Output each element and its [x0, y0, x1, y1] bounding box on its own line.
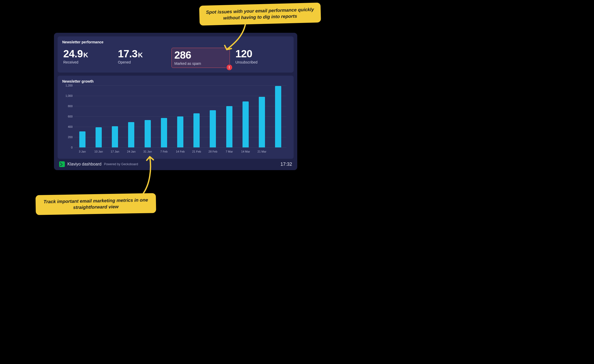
bar: [112, 126, 118, 147]
bar-slot: [74, 85, 90, 147]
bar-slot: [237, 85, 254, 147]
metric-spam-label: Marked as spam: [174, 61, 227, 66]
x-tick-label: 21 Mar: [254, 148, 270, 154]
y-tick-label: 400: [62, 125, 73, 128]
x-tick-label: 31 Jan: [139, 148, 156, 154]
klaviyo-logo-icon: [59, 161, 65, 167]
y-tick-label: 800: [62, 105, 73, 108]
bar: [275, 86, 281, 147]
metric-received: 24.9K Received: [62, 48, 117, 68]
metric-received-number: 24.9: [63, 48, 83, 59]
metric-opened: 17.3K Opened: [117, 48, 172, 68]
metric-received-value: 24.9K: [63, 48, 116, 59]
x-tick-label: 7 Feb: [156, 148, 172, 154]
bar-slot: [139, 85, 156, 147]
footer-powered: Powered by Geckoboard: [104, 162, 138, 166]
metric-spam: 286 Marked as spam !: [171, 48, 230, 68]
footer-time: 17:32: [280, 162, 292, 167]
growth-panel: Newsletter growth 02004006008001,0001,20…: [58, 76, 294, 159]
bar-slot: [90, 85, 107, 147]
footer-title: Klaviyo dashboard: [67, 162, 101, 167]
x-tick-label: 17 Jan: [107, 148, 123, 154]
dashboard-footer: Klaviyo dashboard Powered by Geckoboard …: [58, 159, 294, 168]
y-axis: 02004006008001,0001,200: [62, 85, 74, 147]
y-tick-label: 1,000: [62, 94, 73, 97]
x-axis: 3 Jan10 Jan17 Jan24 Jan31 Jan7 Feb14 Feb…: [74, 148, 286, 154]
performance-title: Newsletter performance: [62, 40, 289, 44]
y-tick-label: 600: [62, 115, 73, 118]
x-tick-label: [270, 148, 286, 154]
bar-slot: [254, 85, 270, 147]
metric-opened-value: 17.3K: [118, 48, 171, 59]
metric-opened-suffix: K: [138, 51, 143, 59]
bar-slot: [172, 85, 188, 147]
y-tick-label: 200: [62, 136, 73, 139]
chart-plot-area: [74, 85, 286, 147]
metric-received-suffix: K: [83, 51, 88, 59]
bar: [161, 118, 167, 147]
x-tick-label: 7 Mar: [221, 148, 237, 154]
gridline: [74, 147, 286, 148]
performance-panel: Newsletter performance 24.9K Received 17…: [58, 36, 294, 73]
x-tick-label: 14 Mar: [237, 148, 254, 154]
bar: [226, 106, 232, 147]
x-tick-label: 14 Feb: [172, 148, 188, 154]
x-tick-label: 3 Jan: [74, 148, 90, 154]
bar-slot: [221, 85, 237, 147]
bar-slot: [270, 85, 286, 147]
bar-slot: [123, 85, 139, 147]
x-tick-label: 28 Feb: [205, 148, 221, 154]
bar: [259, 97, 265, 147]
bar-slot: [107, 85, 123, 147]
metric-opened-number: 17.3: [118, 48, 138, 59]
bar: [193, 113, 200, 147]
bar: [210, 110, 216, 147]
metric-opened-label: Opened: [118, 60, 171, 64]
bar: [96, 127, 102, 147]
metric-unsub-value: 120: [236, 48, 288, 59]
callout-bottom: Track important email marketing metrics …: [35, 193, 156, 215]
metric-received-label: Received: [63, 60, 116, 64]
growth-chart: 02004006008001,0001,200 3 Jan10 Jan17 Ja…: [62, 84, 289, 154]
bar-slot: [156, 85, 172, 147]
growth-title: Newsletter growth: [62, 79, 289, 83]
y-tick-label: 1,200: [62, 84, 73, 87]
dashboard: Newsletter performance 24.9K Received 17…: [54, 33, 297, 170]
bar: [128, 122, 134, 147]
performance-metrics-row: 24.9K Received 17.3K Opened 286 Marked a…: [62, 48, 289, 68]
bar: [243, 101, 249, 147]
x-tick-label: 24 Jan: [123, 148, 139, 154]
bar-slot: [189, 85, 205, 147]
bar: [79, 131, 85, 147]
callout-top: Spot issues with your email performance …: [199, 3, 321, 26]
bar-slot: [205, 85, 221, 147]
bar: [177, 116, 183, 147]
y-tick-label: 0: [62, 146, 73, 149]
metric-unsub-label: Unsubscribed: [236, 60, 288, 64]
metric-unsubscribed: 120 Unsubscribed: [230, 48, 289, 68]
x-tick-label: 10 Jan: [90, 148, 107, 154]
bar: [145, 120, 151, 147]
bars-container: [74, 85, 286, 147]
x-tick-label: 21 Feb: [189, 148, 205, 154]
metric-spam-value: 286: [174, 50, 227, 60]
